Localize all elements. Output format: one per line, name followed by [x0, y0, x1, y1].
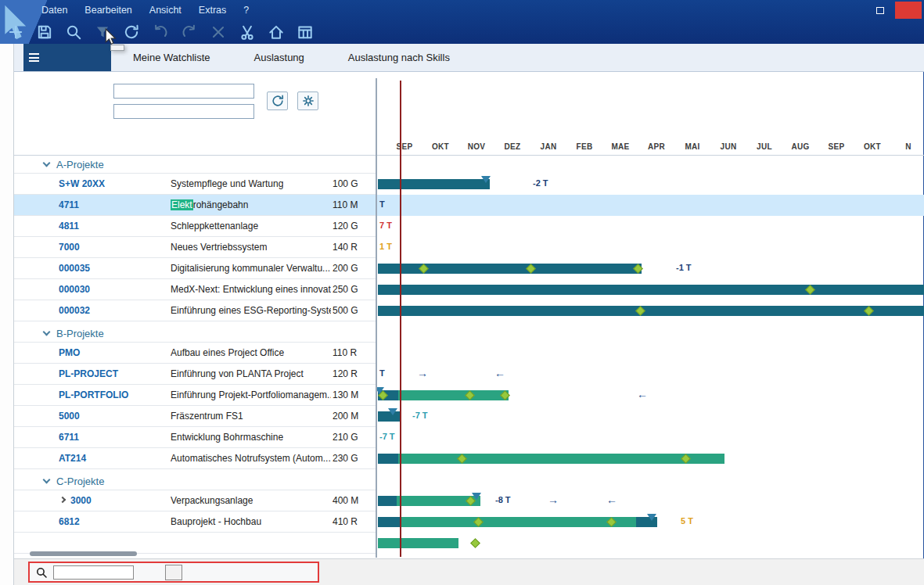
group-row-left: B-Projekte [14, 325, 376, 343]
group-row[interactable]: B-Projekte [14, 325, 924, 343]
group-row[interactable]: C-Projekte [14, 473, 924, 490]
prio-value: 110 R [333, 347, 357, 358]
project-id-link[interactable]: PMO [59, 347, 80, 358]
end-marker-icon [647, 514, 656, 521]
shift-arrow-icon: ← [494, 367, 505, 379]
project-id-link[interactable]: 3000 [70, 495, 92, 506]
collapse-chevron-icon[interactable] [59, 497, 66, 503]
sort-indicator-projekt[interactable] [117, 142, 118, 152]
project-id-link[interactable]: 6812 [59, 516, 80, 527]
project-name: Digitalisierung kommunaler Verwaltu... [171, 263, 330, 274]
table-row-left[interactable]: 000032Einführung eines ESG-Reporting-Sys… [14, 300, 376, 321]
gantt-bar[interactable] [398, 390, 509, 400]
table-row[interactable]: 000035Digitalisierung kommunaler Verwalt… [14, 258, 924, 279]
gantt-bar[interactable] [378, 454, 398, 464]
prio-value: 210 G [333, 432, 358, 443]
gantt-bar[interactable] [378, 496, 397, 506]
prio-value: 400 M [333, 495, 358, 506]
milestone-icon[interactable] [470, 538, 480, 548]
gantt-bar[interactable] [378, 306, 924, 316]
project-id-link[interactable]: 4811 [59, 221, 79, 231]
project-id-link[interactable]: 6711 [59, 432, 79, 443]
project-id-link[interactable]: 000030 [59, 284, 90, 295]
shift-arrow-icon: ← [637, 388, 648, 400]
table-row[interactable]: PMOAufbau eines Project Office110 R [14, 343, 924, 364]
table-row[interactable]: 4711Elektrohängebahn110 MT [14, 195, 924, 216]
table-row[interactable]: 7000Neues Vertriebssystem140 R1 T [14, 237, 924, 258]
project-id-link[interactable]: 7000 [59, 242, 80, 253]
table-row-left[interactable]: 6711Entwicklung Bohrmaschine210 G [14, 427, 376, 448]
prio-value: 200 M [333, 411, 358, 422]
regex-toggle-button[interactable] [165, 565, 182, 580]
user-menu-strip[interactable] [0, 44, 14, 585]
project-id-link[interactable]: 5000 [59, 411, 80, 422]
table-row-left[interactable]: PL-PORTFOLIOEinführung Projekt-Portfolio… [14, 385, 376, 406]
table-row-left[interactable]: AT214Automatisches Notrufsystem (Autom..… [14, 448, 376, 469]
gantt-row: T→← [376, 364, 924, 385]
find-input[interactable] [53, 565, 134, 580]
project-id-link[interactable]: 4711 [59, 199, 79, 210]
gantt-row [376, 533, 924, 554]
prio-value: 120 R [333, 368, 358, 379]
delay-label: 5 T [681, 516, 693, 526]
project-name: Einführung Projekt-Portfoliomanagem... [171, 389, 331, 400]
table-row[interactable]: 000032Einführung eines ESG-Reporting-Sys… [14, 300, 924, 321]
gantt-bar[interactable] [401, 517, 636, 527]
table-row[interactable]: 5000Fräszentrum FS1200 M-7 T [14, 406, 924, 427]
table-row[interactable] [14, 533, 924, 554]
pane-splitter[interactable] [376, 78, 377, 558]
table-row-left[interactable]: 3000Verpackungsanlage400 M [14, 490, 376, 511]
find-icon [35, 566, 48, 579]
gantt-bar[interactable] [378, 517, 401, 527]
table-row-left[interactable]: 000030MedX-Next: Entwicklung eines innov… [14, 279, 376, 300]
project-name: Systempflege und Wartung [171, 178, 283, 189]
gantt-bar[interactable] [378, 179, 490, 189]
group-row-left: C-Projekte [14, 473, 376, 490]
group-row[interactable]: A-Projekte [14, 156, 924, 174]
table-row-left[interactable]: 4711Elektrohängebahn110 M [14, 195, 376, 216]
project-id-link[interactable]: PL-PROJECT [59, 368, 118, 379]
table-row[interactable]: 6812Bauprojekt - Hochbau410 R5 T [14, 511, 924, 533]
project-id-link[interactable]: PL-PORTFOLIO [59, 389, 128, 400]
prio-value: 250 G [333, 284, 358, 295]
table-row-left[interactable]: 6812Bauprojekt - Hochbau410 R [14, 511, 376, 533]
project-id-link[interactable]: S+W 20XX [59, 178, 105, 189]
sort-indicator-prio[interactable] [354, 142, 354, 152]
gantt-bar[interactable] [378, 264, 642, 274]
gantt-bar[interactable] [398, 454, 724, 464]
table-row[interactable]: S+W 20XXSystempflege und Wartung100 G-2 … [14, 174, 924, 195]
table-row[interactable]: 000030MedX-Next: Entwicklung eines innov… [14, 279, 924, 300]
delay-label: 7 T [379, 221, 392, 230]
table-row[interactable]: 6711Entwicklung Bohrmaschine210 G-7 T [14, 427, 924, 448]
table-row-left[interactable]: PMOAufbau eines Project Office110 R [14, 343, 376, 364]
app-window: DatenBearbeitenAnsichtExtras? Meine Watc… [0, 0, 924, 585]
prio-value: 120 G [333, 221, 358, 231]
gantt-bar[interactable] [378, 538, 458, 548]
horizontal-scrollbar-thumb[interactable] [30, 551, 137, 556]
project-id-link[interactable]: 000032 [59, 305, 90, 316]
delay-label: T [379, 199, 385, 209]
table-row[interactable]: 3000Verpackungsanlage400 M-8 T→← [14, 490, 924, 511]
gantt-row: -7 T [376, 406, 924, 427]
table-row-left[interactable] [14, 533, 376, 554]
table-row-left[interactable]: 4811Schleppkettenanlage120 G [14, 216, 376, 237]
table-row[interactable]: PL-PORTFOLIOEinführung Projekt-Portfolio… [14, 385, 924, 406]
table-row-left[interactable]: S+W 20XXSystempflege und Wartung100 G [14, 174, 376, 195]
prio-value: 200 G [333, 263, 358, 274]
table-row[interactable]: AT214Automatisches Notrufsystem (Autom..… [14, 448, 924, 469]
table-row[interactable]: 4811Schleppkettenanlage120 G7 T [14, 216, 924, 237]
end-marker-icon [481, 176, 491, 183]
gantt-bar[interactable] [378, 285, 924, 295]
table-row-left[interactable]: PL-PROJECTEinführung von PLANTA Project1… [14, 364, 376, 385]
table-row-left[interactable]: 5000Fräszentrum FS1200 M [14, 406, 376, 427]
table-row-left[interactable]: 7000Neues Vertriebssystem140 R [14, 237, 376, 258]
table-row[interactable]: PL-PROJECTEinführung von PLANTA Project1… [14, 364, 924, 385]
project-id-link[interactable]: 000035 [59, 263, 90, 274]
prio-value: 100 G [333, 178, 358, 189]
shift-arrow-icon: ← [606, 493, 617, 506]
table-row-left[interactable]: 000035Digitalisierung kommunaler Verwalt… [14, 258, 376, 279]
gantt-row [376, 300, 924, 321]
delay-label: -7 T [412, 411, 428, 420]
project-id-link[interactable]: AT214 [59, 453, 86, 464]
delay-label: -8 T [495, 495, 511, 504]
